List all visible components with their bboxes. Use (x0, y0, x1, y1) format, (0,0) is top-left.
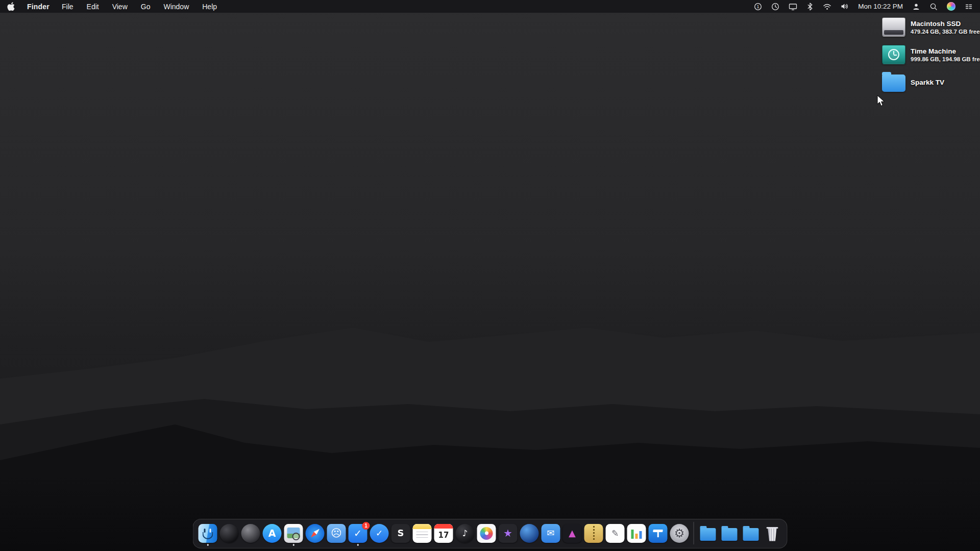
wifi-menu-item[interactable] (823, 0, 831, 13)
dock-s-app[interactable]: S (391, 524, 410, 543)
menu-view[interactable]: View (112, 3, 128, 11)
dock-preview[interactable] (284, 524, 303, 543)
display-menu-item[interactable] (789, 0, 797, 13)
app-icon (720, 524, 739, 543)
dock-trash[interactable] (763, 524, 782, 543)
menu-window[interactable]: Window (163, 3, 189, 11)
dock-mail[interactable]: ✉ (542, 524, 560, 543)
desktop-icon-list: Macintosh SSD 479.24 GB, 383.7 GB free T… (882, 17, 980, 92)
dock-keynote[interactable] (649, 524, 668, 543)
desktop-item-sparkk-tv[interactable]: Sparkk TV (882, 72, 980, 92)
app-icon (584, 524, 603, 543)
siri-menu-item[interactable] (947, 0, 955, 13)
dock-app-store[interactable]: A (263, 524, 282, 543)
dock-dark-sphere-app[interactable] (220, 524, 239, 543)
app-icon-glyph: ▲ (569, 529, 576, 538)
dock-calendar[interactable]: 17 (434, 524, 453, 543)
desktop-item-label: Macintosh SSD (911, 20, 980, 28)
app-icon-glyph: ☹ (331, 528, 342, 539)
mouse-cursor (877, 95, 886, 109)
dock-numbers[interactable] (627, 524, 646, 543)
app-icon-glyph: A (268, 529, 276, 538)
dock-triangle-app[interactable]: ▲ (563, 524, 582, 543)
desktop-item-macintosh-ssd[interactable]: Macintosh SSD 479.24 GB, 383.7 GB free (882, 17, 980, 37)
user-menu-item[interactable] (912, 0, 920, 13)
time-machine-menu-item[interactable] (771, 0, 779, 13)
dock-text-editor[interactable]: ✎ (606, 524, 625, 543)
app-icon: ✓ (370, 524, 389, 543)
dock-folder-3[interactable] (742, 524, 761, 543)
apple-icon (7, 2, 15, 11)
badge-one-menu-item[interactable]: 1 (754, 0, 762, 13)
menu-bar-left: Finder File Edit View Go Window Help (7, 2, 217, 11)
dock-tasks-app[interactable]: ✓ (370, 524, 389, 543)
app-icon: ⚙ (670, 524, 689, 543)
active-app-name[interactable]: Finder (27, 3, 50, 11)
app-icon: S (391, 524, 410, 543)
bluetooth-icon (806, 3, 814, 11)
volume-menu-item[interactable] (841, 0, 849, 13)
app-icon: ★ (499, 524, 518, 543)
menu-bar-status-area: 1 (754, 0, 973, 13)
menu-bar-clock[interactable]: Mon 10:22 PM (858, 3, 903, 10)
desktop-item-text: Time Machine 999.86 GB, 194.98 GB free (911, 47, 980, 62)
dock-safari[interactable] (306, 524, 325, 543)
bluetooth-menu-item[interactable] (806, 0, 814, 13)
desktop-item-icon (882, 74, 905, 92)
dock-music[interactable]: ♪ (456, 524, 475, 543)
menu-file[interactable]: File (62, 3, 74, 11)
dock-blue-sphere-app[interactable] (520, 524, 539, 543)
app-icon-glyph: ⚙ (674, 528, 685, 539)
desktop-item-icon-detail (888, 49, 899, 60)
notification-center-icon (965, 3, 973, 11)
app-icon-glyph: ✉ (547, 529, 554, 538)
desktop-item-label: Time Machine (911, 47, 980, 55)
desktop-item-icon-detail (884, 30, 903, 35)
desktop-item-detail: 999.86 GB, 194.98 GB free (911, 56, 980, 62)
app-icon (199, 524, 217, 543)
dock-folder-1[interactable] (699, 524, 718, 543)
dock-things[interactable]: ✓ 1 (349, 524, 368, 543)
dock-gray-sphere-app[interactable] (241, 524, 260, 543)
app-icon (520, 524, 539, 543)
dock-face-app[interactable]: ☹ (327, 524, 346, 543)
app-icon (627, 524, 646, 543)
app-icon (413, 524, 432, 543)
dock-star-app[interactable]: ★ (499, 524, 518, 543)
app-icon (477, 524, 496, 543)
svg-text:1: 1 (757, 4, 760, 9)
dock-notes[interactable] (413, 524, 432, 543)
desktop-item-time-machine[interactable]: Time Machine 999.86 GB, 194.98 GB free (882, 45, 980, 64)
app-icon (694, 522, 694, 544)
menu-go[interactable]: Go (141, 3, 151, 11)
dock-archive-app[interactable] (584, 524, 603, 543)
app-icon: A (263, 524, 282, 543)
dock-separator[interactable] (692, 522, 696, 544)
menu-help[interactable]: Help (202, 3, 217, 11)
app-icon: 17 (434, 524, 453, 543)
circled-one-icon: 1 (754, 3, 762, 11)
app-icon-glyph: ♪ (462, 529, 468, 538)
app-icon (306, 524, 325, 543)
siri-icon (947, 2, 955, 11)
desktop-item-icon-detail (882, 72, 891, 75)
dock-system-preferences[interactable]: ⚙ (670, 524, 689, 543)
dock-photos[interactable] (477, 524, 496, 543)
dock-finder[interactable] (199, 524, 217, 543)
time-machine-clock-icon (771, 3, 779, 11)
apple-menu[interactable] (7, 2, 15, 11)
app-icon-glyph: ★ (503, 528, 512, 538)
spotlight-menu-item[interactable] (929, 0, 938, 13)
app-icon-glyph: ✎ (611, 529, 619, 538)
user-icon (912, 3, 920, 11)
notification-badge: 1 (362, 522, 370, 530)
app-icon (241, 524, 260, 543)
app-icon: ♪ (456, 524, 475, 543)
running-indicator-dot (207, 544, 209, 546)
dock-folder-2[interactable] (720, 524, 739, 543)
app-icon (763, 524, 782, 543)
app-icon: ☹ (327, 524, 346, 543)
display-icon (789, 3, 797, 11)
notification-center-menu-item[interactable] (965, 0, 973, 13)
menu-edit[interactable]: Edit (87, 3, 99, 11)
